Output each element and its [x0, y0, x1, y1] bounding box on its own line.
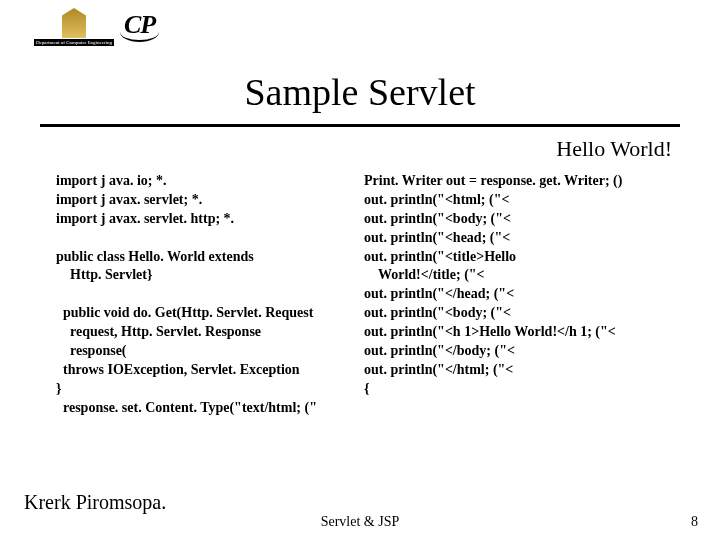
title-divider: [40, 124, 680, 127]
code-left-column: import j ava. io; *. import j avax. serv…: [56, 172, 356, 460]
slide-subtitle: Hello World!: [556, 136, 672, 162]
cp-logo: CP: [124, 10, 155, 44]
code-right-column: Print. Writer out = response. get. Write…: [364, 172, 680, 460]
page-number: 8: [691, 514, 698, 530]
dept-caption: Department of Computer Engineering: [34, 39, 114, 46]
footer-text: Servlet & JSP: [0, 514, 720, 530]
code-area: import j ava. io; *. import j avax. serv…: [56, 172, 680, 460]
slide-title: Sample Servlet: [0, 70, 720, 114]
dept-logo: Department of Computer Engineering: [34, 8, 114, 46]
pillar-icon: [62, 8, 86, 38]
logo-block: Department of Computer Engineering CP: [34, 8, 155, 46]
author-name: Krerk Piromsopa.: [24, 491, 166, 514]
slide: Department of Computer Engineering CP Sa…: [0, 0, 720, 540]
